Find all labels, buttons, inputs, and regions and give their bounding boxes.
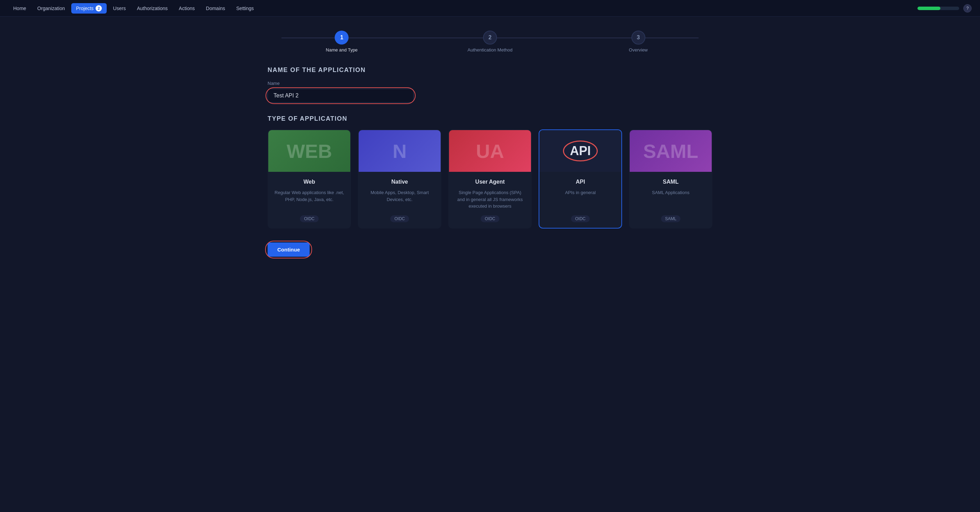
api-card-body: API APIs in general OIDC [539,172,621,228]
native-card-desc: Mobile Apps, Desktop, Smart Devices, etc… [364,189,435,210]
api-card-title: API [576,179,585,185]
nav-settings[interactable]: Settings [231,3,259,13]
nav-users[interactable]: Users [108,3,130,13]
nav-domains[interactable]: Domains [201,3,230,13]
step-2-label: Authentication Method [468,47,512,53]
ua-icon-area: UA [449,130,531,172]
nav-projects-label: Projects [76,6,94,11]
progress-bar-fill [918,6,940,10]
nav-projects[interactable]: Projects 2 [71,3,107,14]
web-card-badge: OIDC [300,215,319,222]
section-type-title: TYPE OF APPLICATION [267,115,713,123]
ua-icon-text: UA [476,140,504,163]
step-1: 1 Name and Type [267,30,416,53]
app-type-native[interactable]: N Native Mobile Apps, Desktop, Smart Dev… [358,129,441,228]
native-icon-area: N [359,130,441,172]
step-1-label: Name and Type [326,47,358,53]
native-icon-text: N [393,140,407,163]
web-card-title: Web [303,179,315,185]
web-icon-text: WEB [287,140,332,163]
api-oval: API [563,140,598,161]
api-icon-area: API [539,130,621,172]
web-card-body: Web Regular Web applications like .net, … [268,172,350,228]
app-type-ua[interactable]: UA User Agent Single Page Applications (… [448,129,532,228]
nav-actions[interactable]: Actions [174,3,200,13]
continue-button[interactable]: Continue [267,242,310,257]
navbar: Home Organization Projects 2 Users Autho… [0,0,980,17]
app-type-api[interactable]: API API APIs in general OIDC [539,129,622,228]
name-field-label: Name [267,81,713,86]
native-card-body: Native Mobile Apps, Desktop, Smart Devic… [359,172,441,228]
ua-card-title: User Agent [476,179,505,185]
nav-authorizations[interactable]: Authorizations [132,3,173,13]
name-input-wrapper [267,89,414,103]
progress-bar [918,6,959,10]
app-type-saml[interactable]: SAML SAML SAML Applications SAML [629,129,713,228]
step-3: 3 Overview [564,30,713,53]
help-button[interactable]: ? [963,4,972,13]
saml-icon-text: SAML [643,140,698,163]
saml-icon-area: SAML [630,130,712,172]
ua-card-desc: Single Page Applications (SPA) and in ge… [455,189,525,210]
saml-card-desc: SAML Applications [652,189,689,210]
ua-card-badge: OIDC [480,215,500,222]
step-2-circle: 2 [483,30,497,45]
native-card-badge: OIDC [390,215,409,222]
app-type-cards: WEB Web Regular Web applications like .n… [267,129,713,228]
stepper: 1 Name and Type 2 Authentication Method … [267,30,713,53]
step-3-circle: 3 [632,30,645,45]
api-card-badge: OIDC [571,215,590,222]
continue-button-wrapper: Continue [267,242,310,257]
ua-card-body: User Agent Single Page Applications (SPA… [449,172,531,228]
web-card-desc: Regular Web applications like .net, PHP,… [274,189,345,210]
web-icon-area: WEB [268,130,350,172]
saml-card-body: SAML SAML Applications SAML [630,172,712,228]
step-3-label: Overview [629,47,648,53]
nav-right: ? [918,4,972,13]
main-content: 1 Name and Type 2 Authentication Method … [247,17,733,278]
native-card-title: Native [391,179,408,185]
saml-card-badge: SAML [661,215,681,222]
app-type-web[interactable]: WEB Web Regular Web applications like .n… [267,129,351,228]
section-name-title: NAME OF THE APPLICATION [267,67,713,74]
step-1-circle: 1 [335,30,348,45]
api-icon-text: API [570,144,591,158]
nav-projects-badge: 2 [95,5,102,11]
saml-card-title: SAML [663,179,678,185]
nav-items: Home Organization Projects 2 Users Autho… [8,3,918,14]
nav-home[interactable]: Home [8,3,31,13]
nav-organization[interactable]: Organization [32,3,70,13]
step-2: 2 Authentication Method [416,30,564,53]
application-name-input[interactable] [267,89,414,103]
api-card-desc: APIs in general [565,189,596,210]
